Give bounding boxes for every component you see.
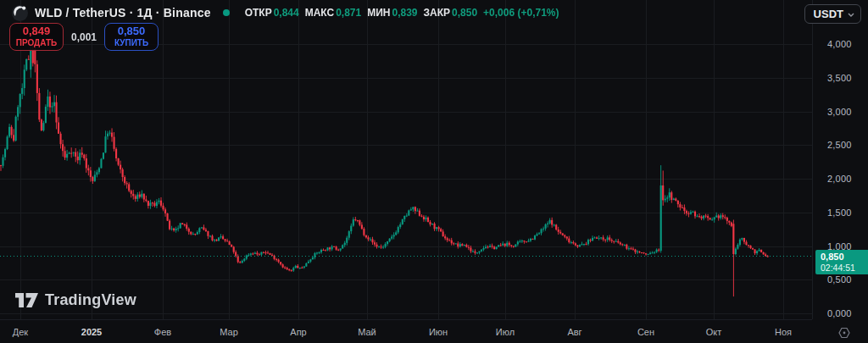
time-axis-label: Ноя: [775, 327, 792, 337]
time-axis-label: Июн: [429, 327, 448, 337]
currency-selector-button[interactable]: USDT: [804, 4, 861, 24]
close-label: ЗАКР: [424, 7, 451, 19]
high-value: 0,871: [336, 7, 361, 19]
buy-price: 0,850: [118, 25, 146, 38]
price-axis-label: 0,000: [827, 308, 852, 318]
time-axis-label: Май: [358, 327, 376, 337]
time-axis-label: Дек: [13, 327, 28, 337]
bar-countdown: 02:44:51: [821, 263, 868, 273]
symbol-title[interactable]: WLD / TetherUS · 1Д · Binance: [35, 6, 211, 19]
change-value: +0,006 (+0,71%): [483, 7, 559, 19]
sell-label: ПРОДАТЬ: [16, 38, 58, 48]
price-axis-label: 0,500: [827, 274, 852, 285]
ohlc-summary: ОТКР 0,844 МАКС 0,871 МИН 0,839 ЗАКР 0,8…: [245, 7, 559, 19]
price-axis-label: 2,000: [827, 174, 852, 184]
time-axis-label: Апр: [290, 327, 306, 337]
chevron-down-icon: [848, 13, 854, 17]
price-axis-label: 1,500: [827, 207, 852, 218]
tradingview-chart-widget: WLD / TetherUS · 1Д · Binance ОТКР 0,844…: [0, 0, 868, 343]
tradingview-logo-text: TradingView: [45, 291, 136, 309]
buy-button[interactable]: 0,850 КУПИТЬ: [104, 23, 159, 51]
trade-panel: 0,849 ПРОДАТЬ 0,001 0,850 КУПИТЬ: [9, 23, 159, 51]
chart-header: WLD / TetherUS · 1Д · Binance ОТКР 0,844…: [12, 3, 559, 22]
price-axis-label: 2,500: [827, 140, 852, 150]
sell-button[interactable]: 0,849 ПРОДАТЬ: [9, 23, 64, 51]
time-axis-label: Июл: [496, 327, 515, 337]
time-axis-label: Мар: [220, 327, 238, 337]
low-label: МИН: [367, 7, 390, 19]
price-axis-label: 3,000: [827, 107, 852, 117]
market-status-icon[interactable]: [223, 9, 230, 16]
current-price-badge: 0,850 02:44:51: [815, 250, 868, 274]
time-axis[interactable]: Дек2025ФевМарАпрМайИюнИюлАвгСенОктНоя: [0, 319, 812, 343]
wld-symbol-logo-icon: [12, 5, 28, 21]
time-axis-label: Окт: [706, 327, 722, 337]
tradingview-logo[interactable]: TradingView: [15, 291, 136, 309]
current-price: 0,850: [821, 252, 868, 263]
price-axis-label: 4,000: [827, 39, 852, 49]
time-axis-label: Сен: [637, 327, 654, 337]
axis-settings-icon[interactable]: [836, 326, 853, 340]
price-axis[interactable]: 0,850 02:44:51 4,0003,5003,0002,5002,000…: [812, 0, 868, 319]
open-value: 0,844: [274, 7, 299, 19]
close-value: 0,850: [452, 7, 477, 19]
buy-label: КУПИТЬ: [114, 38, 148, 48]
spread-value: 0,001: [71, 31, 97, 43]
time-axis-label: Фев: [154, 327, 171, 337]
high-label: МАКС: [305, 7, 335, 19]
currency-label: USDT: [814, 8, 843, 20]
time-axis-label: 2025: [81, 327, 102, 337]
time-axis-label: Авг: [567, 327, 581, 337]
open-label: ОТКР: [245, 7, 272, 19]
low-value: 0,839: [392, 7, 418, 19]
tradingview-logo-icon: [15, 293, 38, 307]
price-axis-label: 3,500: [827, 73, 852, 83]
sell-price: 0,849: [23, 25, 51, 38]
